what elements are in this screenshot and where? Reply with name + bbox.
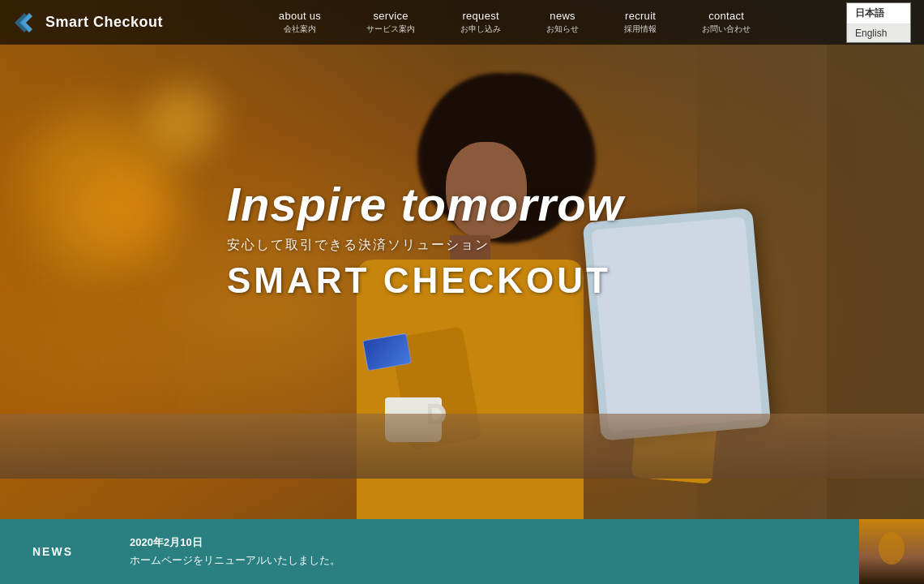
news-thumbnail: [859, 519, 924, 584]
nav-news[interactable]: news お知らせ: [524, 10, 601, 35]
nav-service[interactable]: service サービス案内: [344, 10, 438, 35]
news-thumbnail-image: [859, 519, 924, 584]
language-switcher: 日本語 English: [846, 2, 911, 43]
news-label: NEWS: [0, 545, 113, 558]
logo-text: Smart Checkout: [45, 14, 163, 31]
main-nav: about us 会社案内 service サービス案内 request お申し…: [183, 10, 846, 35]
hero-brand: SMART CHECKOUT: [227, 260, 624, 301]
news-body: ホームページをリニューアルいたしました。: [130, 553, 843, 568]
news-date: 2020年2月10日: [130, 535, 843, 550]
nav-about[interactable]: about us 会社案内: [256, 10, 344, 35]
lang-japanese[interactable]: 日本語: [847, 3, 910, 24]
table-surface: [0, 414, 924, 479]
hero-subtitle-ja: 安心して取引できる決済ソリューション: [227, 237, 624, 254]
news-content[interactable]: 2020年2月10日 ホームページをリニューアルいたしました。: [113, 535, 859, 568]
hero-text: Inspire tomorrow 安心して取引できる決済ソリューション SMAR…: [227, 178, 624, 301]
nav-contact[interactable]: contact お問い合わせ: [679, 10, 773, 35]
news-bar: NEWS 2020年2月10日 ホームページをリニューアルいたしました。: [0, 519, 924, 584]
nav-request[interactable]: request お申し込み: [438, 10, 524, 35]
hero-main-title: Inspire tomorrow: [227, 178, 624, 230]
logo-icon: [13, 10, 39, 36]
nav-recruit[interactable]: recruit 採用情報: [601, 10, 679, 35]
hero-section: Inspire tomorrow 安心して取引できる決済ソリューション SMAR…: [0, 0, 924, 519]
header: Smart Checkout about us 会社案内 service サービ…: [0, 0, 924, 45]
logo-area[interactable]: Smart Checkout: [13, 10, 183, 36]
lang-english[interactable]: English: [847, 24, 910, 42]
